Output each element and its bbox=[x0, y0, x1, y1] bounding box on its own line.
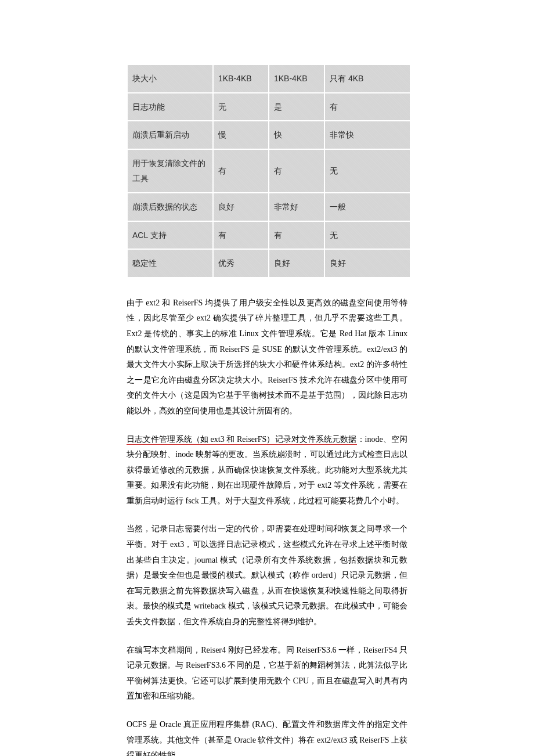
cell-value: 只有 4KB bbox=[325, 65, 410, 92]
cell-value: 1KB-4KB bbox=[269, 65, 324, 92]
cell-value: 非常快 bbox=[325, 121, 410, 149]
cell-value: 是 bbox=[269, 93, 324, 121]
cell-value: 1KB-4KB bbox=[214, 65, 268, 92]
paragraph-3: 当然，记录日志需要付出一定的代价，即需要在处理时间和恢复之间寻求一个平衡。对于 … bbox=[127, 521, 407, 629]
cell-value: 有 bbox=[269, 222, 324, 249]
cell-feature: 用于恢复清除文件的工具 bbox=[128, 150, 212, 192]
cell-value: 快 bbox=[269, 121, 324, 149]
table-row: 用于恢复清除文件的工具 有 有 无 bbox=[128, 150, 410, 192]
cell-feature: 稳定性 bbox=[128, 250, 212, 277]
cell-feature: 块大小 bbox=[128, 65, 212, 92]
paragraph-5: OCFS 是 Oracle 真正应用程序集群 (RAC)、配置文件和数据库文件的… bbox=[127, 717, 407, 756]
cell-value: 良好 bbox=[269, 250, 324, 277]
cell-value: 良好 bbox=[214, 193, 268, 221]
cell-value: 有 bbox=[214, 150, 268, 192]
table-row: 崩溃后重新启动 慢 快 非常快 bbox=[128, 121, 410, 149]
table-row: 稳定性 优秀 良好 良好 bbox=[128, 250, 410, 277]
cell-feature: 日志功能 bbox=[128, 93, 212, 121]
table-row: 块大小 1KB-4KB 1KB-4KB 只有 4KB bbox=[128, 65, 410, 92]
cell-value: 一般 bbox=[325, 193, 410, 221]
table-row: ACL 支持 有 有 无 bbox=[128, 222, 410, 249]
highlighted-text: 日志文件管理系统（如 ext3 和 ReiserFS）记录对文件系统元数据 bbox=[127, 435, 357, 445]
table-row: 日志功能 无 是 有 bbox=[128, 93, 410, 121]
table-row: 崩溃后数据的状态 良好 非常好 一般 bbox=[128, 193, 410, 221]
cell-value: 无 bbox=[325, 150, 410, 192]
paragraph-2: 日志文件管理系统（如 ext3 和 ReiserFS）记录对文件系统元数据：in… bbox=[127, 432, 407, 509]
cell-value: 非常好 bbox=[269, 193, 324, 221]
cell-feature: 崩溃后数据的状态 bbox=[128, 193, 212, 221]
cell-value: 有 bbox=[269, 150, 324, 192]
cell-value: 慢 bbox=[214, 121, 268, 149]
cell-feature: 崩溃后重新启动 bbox=[128, 121, 212, 149]
cell-value: 无 bbox=[325, 222, 410, 249]
cell-value: 优秀 bbox=[214, 250, 268, 277]
cell-value: 良好 bbox=[325, 250, 410, 277]
paragraph-2-rest: ：inode、空闲块分配映射、inode 映射等的更改。当系统崩溃时，可以通过此… bbox=[127, 435, 407, 505]
paragraph-4: 在编写本文档期间，Reiser4 刚好已经发布。同 ReiserFS3.6 一样… bbox=[127, 643, 407, 704]
cell-value: 有 bbox=[325, 93, 410, 121]
cell-value: 有 bbox=[214, 222, 268, 249]
paragraph-1: 由于 ext2 和 ReiserFS 均提供了用户级安全性以及更高效的磁盘空间使… bbox=[127, 296, 407, 419]
cell-feature: ACL 支持 bbox=[128, 222, 212, 249]
cell-value: 无 bbox=[214, 93, 268, 121]
comparison-table: 块大小 1KB-4KB 1KB-4KB 只有 4KB 日志功能 无 是 有 崩溃… bbox=[127, 64, 411, 278]
